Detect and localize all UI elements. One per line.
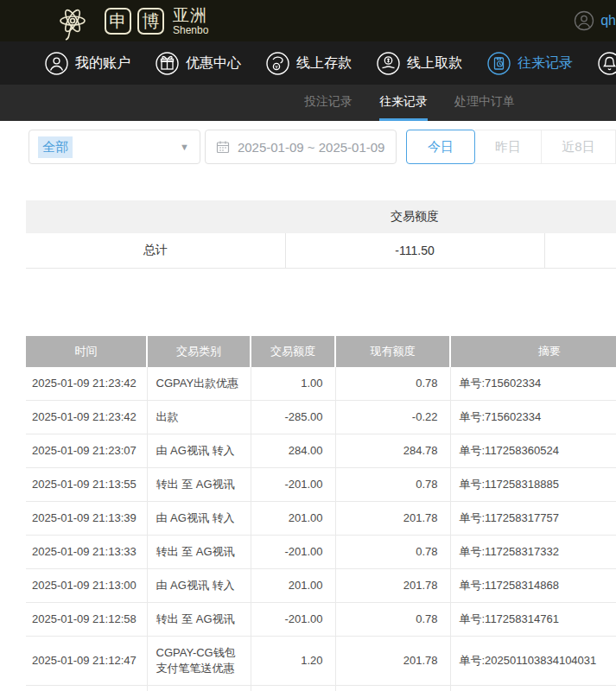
cell-type: CGPAY支付 (147, 685, 251, 691)
cell-amount: -201.00 (251, 467, 335, 501)
cell-time: 2025-01-09 21:23:07 (26, 434, 147, 467)
col-header-amount: 交易额度 (251, 336, 335, 367)
gift-icon (156, 52, 179, 75)
cell-time: 2025-01-09 21:12:47 (26, 685, 147, 691)
bell-icon (598, 52, 616, 75)
brand-logo[interactable]: 申 博 亚洲 Shenbo (47, 1, 208, 41)
nav-item-transaction-records[interactable]: 往来记录 (487, 52, 573, 75)
tab-pending-orders[interactable]: 处理中订单 (454, 85, 515, 121)
cell-type: CGPAY-CG钱包支付笔笔送优惠 (147, 636, 251, 685)
cell-time: 2025-01-09 21:13:55 (26, 467, 147, 501)
withdraw-icon (377, 52, 400, 75)
cell-type: 转出 至 AG视讯 (147, 602, 251, 636)
col-header-balance: 现有额度 (335, 336, 450, 367)
cell-type: 由 AG视讯 转入 (147, 434, 251, 467)
cell-type: 出款 (147, 400, 251, 434)
spacer (0, 269, 616, 336)
deposit-icon (266, 52, 289, 75)
cell-time: 2025-01-09 21:12:47 (26, 636, 147, 685)
cell-balance: -0.22 (335, 400, 450, 434)
transaction-type-select[interactable]: 全部 ▼ (29, 130, 200, 164)
nav-label: 线上存款 (296, 54, 352, 73)
transaction-row: 2025-01-09 21:13:39 由 AG视讯 转入 201.00 201… (26, 501, 616, 535)
brand-char-1: 申 (105, 8, 131, 35)
tab-betting-records[interactable]: 投注记录 (304, 85, 352, 121)
cell-time: 2025-01-09 21:23:42 (26, 367, 147, 401)
cell-balance: 0.78 (335, 602, 450, 636)
cell-amount: 1.20 (251, 636, 335, 685)
cell-type: CGPAY出款优惠 (147, 367, 251, 401)
cell-type: 转出 至 AG视讯 (147, 467, 251, 501)
cell-time: 2025-01-09 21:12:58 (26, 602, 147, 636)
nav-item-withdraw[interactable]: 线上取款 (377, 52, 462, 75)
summary-table: 交易额度 总计 -111.50 (26, 200, 616, 269)
transaction-row: 2025-01-09 21:12:47 CGPAY-CG钱包支付笔笔送优惠 1.… (26, 636, 616, 685)
summary-total-value: -111.50 (285, 233, 544, 268)
nav-label: 我的账户 (75, 54, 130, 73)
transaction-row: 2025-01-09 21:12:47 CGPAY支付 200.00 200.5… (26, 685, 616, 691)
summary-empty-cell (544, 233, 616, 268)
nav-label: 线上取款 (407, 54, 462, 73)
brand-suffix-cn: 亚洲 (173, 7, 208, 23)
cell-balance: 201.78 (335, 636, 450, 685)
nav-item-my-account[interactable]: 我的账户 (45, 52, 130, 75)
cell-amount: -285.00 (251, 400, 335, 434)
username-text[interactable]: qh (600, 13, 616, 29)
brand-char-2: 博 (137, 8, 164, 35)
cell-summary: 单号:117258317757 (450, 501, 616, 535)
summary-header-amount: 交易额度 (285, 200, 544, 233)
cell-balance: 284.78 (335, 434, 450, 467)
tab-transaction-records[interactable]: 往来记录 (379, 85, 428, 121)
user-avatar-icon (574, 10, 594, 31)
chevron-down-icon: ▼ (180, 142, 189, 152)
yesterday-button[interactable]: 昨日 (475, 130, 542, 164)
transactions-header-row: 时间 交易类别 交易额度 现有额度 摘要 (26, 336, 616, 367)
nav-label: 往来记录 (518, 54, 573, 73)
last-8-days-button[interactable]: 近8日 (542, 130, 616, 164)
transaction-row: 2025-01-09 21:13:33 转出 至 AG视讯 -201.00 0.… (26, 535, 616, 568)
cell-time: 2025-01-09 21:23:42 (26, 400, 147, 434)
sub-nav: 投注记录 往来记录 处理中订单 (0, 85, 616, 121)
transaction-row: 2025-01-09 21:23:42 CGPAY出款优惠 1.00 0.78 … (26, 367, 616, 401)
records-icon (487, 52, 511, 75)
cell-summary: 单号:117258360524 (450, 434, 616, 467)
spacer (0, 173, 616, 200)
calendar-icon (216, 140, 230, 154)
summary-header-empty-2 (544, 200, 616, 233)
cell-time: 2025-01-09 21:13:00 (26, 568, 147, 602)
user-area[interactable]: qh (574, 10, 616, 31)
transaction-row: 2025-01-09 21:12:58 转出 至 AG视讯 -201.00 0.… (26, 602, 616, 636)
cell-balance: 201.78 (335, 501, 450, 535)
cell-balance: 0.78 (335, 367, 450, 401)
summary-header-row: 交易额度 (26, 200, 616, 233)
top-header: 申 博 亚洲 Shenbo qh (0, 0, 616, 41)
transaction-row: 2025-01-09 21:23:42 出款 -285.00 -0.22 单号:… (26, 400, 616, 434)
cell-summary: 单号:715602334 (450, 367, 616, 401)
cell-summary: 单号:202501103834104031 (450, 636, 616, 685)
col-header-type: 交易类别 (147, 336, 251, 367)
cell-amount: -201.00 (251, 535, 335, 568)
cell-amount: 201.00 (251, 501, 335, 535)
col-header-time: 时间 (26, 336, 147, 367)
cell-amount: 284.00 (251, 434, 335, 467)
today-button[interactable]: 今日 (406, 130, 475, 164)
date-quick-buttons: 今日 昨日 近8日 (406, 130, 616, 164)
cell-summary: 单号:117258318885 (450, 467, 616, 501)
transaction-row: 2025-01-09 21:13:00 由 AG视讯 转入 201.00 201… (26, 568, 616, 602)
cell-type: 由 AG视讯 转入 (147, 568, 251, 602)
cell-summary: 单号:117258314868 (450, 568, 616, 602)
summary-total-label: 总计 (26, 233, 285, 268)
cell-summary: 单号:117258314761 (450, 602, 616, 636)
user-icon (45, 52, 68, 75)
filter-bar: 全部 ▼ 2025-01-09 ~ 2025-01-09 今日 昨日 近8日 (0, 121, 616, 173)
date-range-value: 2025-01-09 ~ 2025-01-09 (238, 140, 385, 155)
nav-item-promotions[interactable]: 优惠中心 (156, 52, 241, 75)
cell-time: 2025-01-09 21:13:39 (26, 501, 147, 535)
date-range-input[interactable]: 2025-01-09 ~ 2025-01-09 (205, 130, 397, 164)
nav-notifications[interactable] (598, 52, 616, 75)
cell-time: 2025-01-09 21:13:33 (26, 535, 147, 568)
nav-item-deposit[interactable]: 线上存款 (266, 52, 352, 75)
col-header-summary: 摘要 (450, 336, 616, 367)
cell-balance: 201.78 (335, 568, 450, 602)
brand-suffix-en: Shenbo (173, 25, 208, 35)
